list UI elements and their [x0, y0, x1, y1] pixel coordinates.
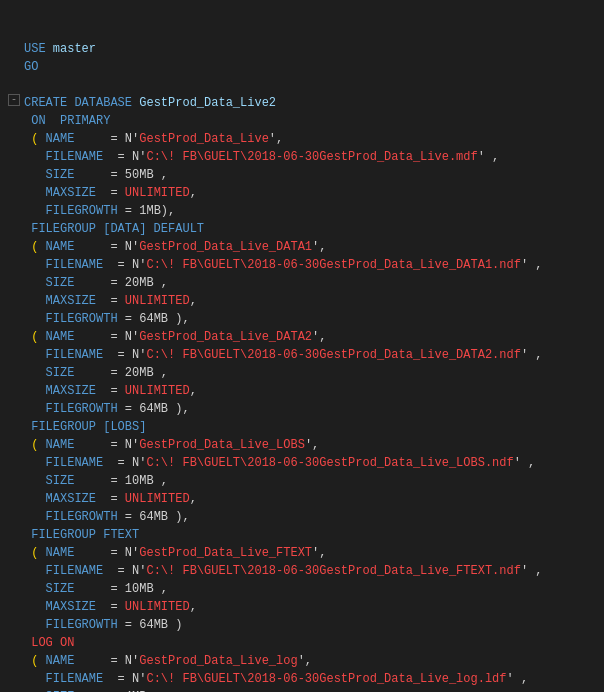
token: = N': [103, 348, 146, 362]
line-content: SIZE = 50MB ,: [22, 166, 604, 184]
code-line: GO: [0, 58, 604, 76]
line-content: FILEGROUP [LOBS]: [22, 418, 604, 436]
token: = N': [103, 672, 146, 686]
token: = N': [103, 150, 146, 164]
token: UNLIMITED: [125, 294, 190, 308]
token: FILEGROWTH: [24, 204, 118, 218]
line-content: ( NAME = N'GestProd_Data_Live_log',: [22, 652, 604, 670]
code-line: ( NAME = N'GestProd_Data_Live',: [0, 130, 604, 148]
token: ' ,: [478, 150, 500, 164]
token: FILEGROUP FTEXT: [24, 528, 139, 542]
code-line: SIZE = 10MB ,: [0, 472, 604, 490]
code-line: ( NAME = N'GestProd_Data_Live_DATA2',: [0, 328, 604, 346]
token: ',: [312, 546, 326, 560]
line-content: ( NAME = N'GestProd_Data_Live_FTEXT',: [22, 544, 604, 562]
code-line: FILEGROWTH = 64MB ),: [0, 508, 604, 526]
line-content: MAXSIZE = UNLIMITED,: [22, 184, 604, 202]
token: ,: [190, 186, 197, 200]
code-line: MAXSIZE = UNLIMITED,: [0, 382, 604, 400]
token: MAXSIZE: [24, 186, 96, 200]
line-content: ( NAME = N'GestProd_Data_Live_LOBS',: [22, 436, 604, 454]
token: = N': [74, 654, 139, 668]
line-content: FILEGROWTH = 64MB ),: [22, 310, 604, 328]
token: MAXSIZE: [24, 600, 96, 614]
code-line: FILEGROWTH = 64MB ): [0, 616, 604, 634]
line-content: FILEGROWTH = 64MB ): [22, 616, 604, 634]
line-content: ( NAME = N'GestProd_Data_Live_DATA1',: [22, 238, 604, 256]
token: ' ,: [521, 258, 543, 272]
token: = 64MB ): [118, 618, 183, 632]
token: C:\! FB\GUELT\2018-06-30GestProd_Data_Li…: [146, 672, 506, 686]
token: = 10MB ,: [74, 582, 168, 596]
token: LOG ON: [24, 636, 74, 650]
code-line: -CREATE DATABASE GestProd_Data_Live2: [0, 94, 604, 112]
token: ',: [312, 330, 326, 344]
line-content: SIZE = 20MB ,: [22, 364, 604, 382]
code-line: FILENAME = N'C:\! FB\GUELT\2018-06-30Ges…: [0, 256, 604, 274]
code-line: FILEGROUP FTEXT: [0, 526, 604, 544]
token: master: [46, 42, 96, 56]
token: (: [24, 132, 46, 146]
token: ,: [190, 294, 197, 308]
token: SIZE: [24, 474, 74, 488]
token: NAME: [46, 330, 75, 344]
token: = N': [74, 546, 139, 560]
code-line: FILENAME = N'C:\! FB\GUELT\2018-06-30Ges…: [0, 148, 604, 166]
line-content: MAXSIZE = UNLIMITED,: [22, 490, 604, 508]
token: ' ,: [507, 672, 529, 686]
token: GestProd_Data_Live: [139, 132, 269, 146]
token: SIZE: [24, 366, 74, 380]
line-content: FILEGROWTH = 64MB ),: [22, 400, 604, 418]
token: SIZE: [24, 168, 74, 182]
token: FILENAME: [24, 456, 103, 470]
token: ON PRIMARY: [24, 114, 110, 128]
token: C:\! FB\GUELT\2018-06-30GestProd_Data_Li…: [146, 258, 520, 272]
code-line: ( NAME = N'GestProd_Data_Live_log',: [0, 652, 604, 670]
token: FILEGROWTH: [24, 510, 118, 524]
token: = N': [74, 240, 139, 254]
code-line: FILENAME = N'C:\! FB\GUELT\2018-06-30Ges…: [0, 346, 604, 364]
token: = N': [74, 132, 139, 146]
token: = N': [103, 258, 146, 272]
token: C:\! FB\GUELT\2018-06-30GestProd_Data_Li…: [146, 150, 477, 164]
token: = N': [74, 330, 139, 344]
token: =: [96, 600, 125, 614]
token: MAXSIZE: [24, 294, 96, 308]
token: = 64MB ),: [118, 402, 190, 416]
token: =: [96, 294, 125, 308]
line-content: CREATE DATABASE GestProd_Data_Live2: [22, 94, 604, 112]
line-content: FILEGROWTH = 64MB ),: [22, 508, 604, 526]
token: NAME: [46, 132, 75, 146]
token: ',: [298, 654, 312, 668]
code-line: ( NAME = N'GestProd_Data_Live_LOBS',: [0, 436, 604, 454]
line-gutter: -: [8, 94, 22, 106]
token: =: [96, 384, 125, 398]
line-content: SIZE = 10MB ,: [22, 472, 604, 490]
collapse-icon[interactable]: -: [8, 94, 20, 106]
token: =: [96, 492, 125, 506]
token: = 20MB ,: [74, 366, 168, 380]
token: UNLIMITED: [125, 600, 190, 614]
line-content: ( NAME = N'GestProd_Data_Live_DATA2',: [22, 328, 604, 346]
token: C:\! FB\GUELT\2018-06-30GestProd_Data_Li…: [146, 348, 520, 362]
line-content: LOG ON: [22, 634, 604, 652]
token: ' ,: [514, 456, 536, 470]
token: GestProd_Data_Live_DATA2: [139, 330, 312, 344]
token: = N': [74, 438, 139, 452]
line-content: USE master: [22, 40, 604, 58]
line-content: SIZE = 10MB ,: [22, 580, 604, 598]
token: ' ,: [521, 348, 543, 362]
token: = N': [103, 564, 146, 578]
token: SIZE: [24, 582, 74, 596]
token: GestProd_Data_Live_LOBS: [139, 438, 305, 452]
code-line: SIZE = 20MB ,: [0, 274, 604, 292]
token: =: [96, 186, 125, 200]
code-line: [0, 76, 604, 94]
code-line: FILEGROWTH = 1MB),: [0, 202, 604, 220]
line-content: FILENAME = N'C:\! FB\GUELT\2018-06-30Ges…: [22, 256, 604, 274]
token: ,: [190, 384, 197, 398]
code-line: FILENAME = N'C:\! FB\GUELT\2018-06-30Ges…: [0, 670, 604, 688]
line-content: FILENAME = N'C:\! FB\GUELT\2018-06-30Ges…: [22, 562, 604, 580]
code-line: SIZE = 4MB ,: [0, 688, 604, 692]
code-line: SIZE = 10MB ,: [0, 580, 604, 598]
